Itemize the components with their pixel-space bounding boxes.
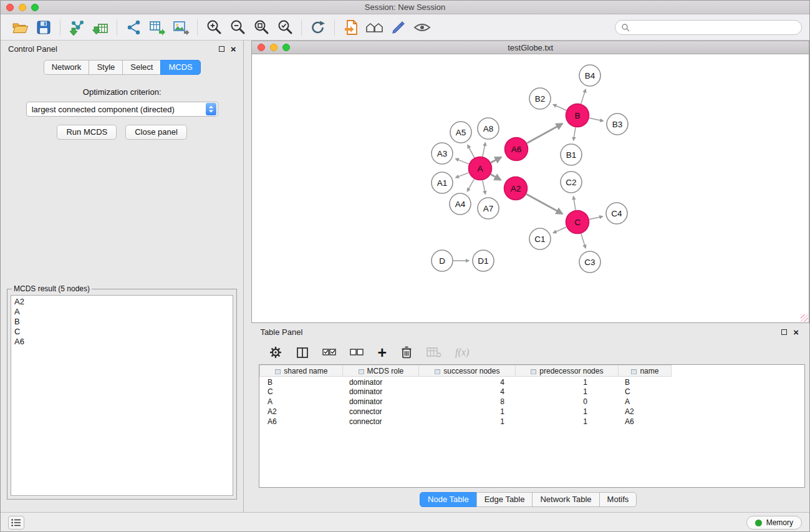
network-share-button[interactable] xyxy=(122,17,145,37)
graph-node-C1[interactable]: C1 xyxy=(529,228,551,249)
run-mcds-button[interactable]: Run MCDS xyxy=(57,125,117,140)
graph-edge-B-B4[interactable] xyxy=(581,89,586,104)
add-row-button[interactable]: + xyxy=(377,346,387,359)
column-visibility-button[interactable] xyxy=(296,347,309,359)
tab-network-table[interactable]: Network Table xyxy=(532,492,599,507)
graph-edge-A2-C[interactable] xyxy=(527,194,563,213)
mcds-result-item[interactable]: A xyxy=(14,307,229,317)
graph-edge-A-A6[interactable] xyxy=(491,157,502,163)
tab-style[interactable]: Style xyxy=(89,60,123,75)
column-header-successor-nodes[interactable]: successor nodes xyxy=(419,365,516,377)
table-row[interactable]: Adominator80A xyxy=(260,397,672,407)
graph-edge-A-A1[interactable] xyxy=(456,173,469,178)
graph-edge-A-A7[interactable] xyxy=(483,180,486,194)
export-image-button[interactable] xyxy=(169,17,193,37)
tab-node-table[interactable]: Node Table xyxy=(420,492,477,507)
graph-node-A8[interactable]: A8 xyxy=(478,118,499,139)
select-all-button[interactable] xyxy=(322,348,336,357)
column-header-name[interactable]: name xyxy=(619,365,672,377)
graph-node-A5[interactable]: A5 xyxy=(450,122,471,143)
graph-edge-C-C2[interactable] xyxy=(574,196,576,210)
graph-node-A7[interactable]: A7 xyxy=(478,198,499,219)
float-panel-icon[interactable] xyxy=(219,46,224,52)
graph-node-C4[interactable]: C4 xyxy=(606,203,627,224)
home-network-button[interactable] xyxy=(363,17,387,37)
graph-edge-B-B2[interactable] xyxy=(553,104,566,110)
graph-node-B3[interactable]: B3 xyxy=(607,114,628,135)
import-table-from-file-button[interactable] xyxy=(89,17,112,37)
graph-edge-B-B3[interactable] xyxy=(589,118,603,121)
graph-node-B4[interactable]: B4 xyxy=(579,65,600,86)
graph-edge-C-C3[interactable] xyxy=(581,234,586,248)
graph-node-D1[interactable]: D1 xyxy=(473,250,494,271)
graph-edge-B-B1[interactable] xyxy=(574,127,576,140)
graph-node-A4[interactable]: A4 xyxy=(450,193,471,215)
graph-node-B2[interactable]: B2 xyxy=(529,88,551,109)
network-window-titlebar[interactable]: testGlobe.txt xyxy=(251,41,809,54)
tab-network[interactable]: Network xyxy=(44,60,90,75)
save-session-button[interactable] xyxy=(32,17,55,37)
delete-row-button[interactable] xyxy=(400,346,413,359)
import-network-from-table-button[interactable] xyxy=(145,17,169,37)
graph-node-A[interactable]: A xyxy=(469,157,492,180)
network-graph[interactable]: B4B2BB3A5A8A6B1A3AC2A1A2A4A7C4CC1C3DD1 xyxy=(252,54,809,322)
table-settings-button[interactable] xyxy=(269,346,282,359)
graph-node-A6[interactable]: A6 xyxy=(505,138,528,161)
apply-layout-button[interactable] xyxy=(306,17,330,37)
open-session-button[interactable] xyxy=(8,17,32,37)
float-panel-icon[interactable] xyxy=(781,329,787,335)
table-row[interactable]: A2connector11A2 xyxy=(260,407,672,417)
graph-edge-A-A4[interactable] xyxy=(468,179,475,191)
tab-motifs[interactable]: Motifs xyxy=(599,492,637,507)
graph-node-C2[interactable]: C2 xyxy=(561,172,582,193)
mcds-result-item[interactable]: C xyxy=(14,327,229,337)
table-row[interactable]: A6connector11A6 xyxy=(260,417,672,427)
graph-node-B1[interactable]: B1 xyxy=(561,144,582,165)
memory-button[interactable]: Memory xyxy=(746,516,802,530)
graph-edge-C-C1[interactable] xyxy=(553,227,566,233)
show-hide-button[interactable] xyxy=(410,17,434,37)
import-file-button[interactable] xyxy=(339,17,363,37)
import-network-from-file-button[interactable] xyxy=(65,17,89,37)
criterion-dropdown[interactable]: largest connected component (directed) xyxy=(26,102,218,117)
tab-select[interactable]: Select xyxy=(122,60,161,75)
graph-edge-A-A3[interactable] xyxy=(456,158,469,163)
graph-edge-A-A2[interactable] xyxy=(491,175,501,180)
mcds-result-item[interactable]: A6 xyxy=(14,337,229,347)
tab-mcds[interactable]: MCDS xyxy=(160,60,200,75)
column-header-predecessor-nodes[interactable]: predecessor nodes xyxy=(516,365,619,377)
zoom-selected-button[interactable] xyxy=(273,17,297,37)
mcds-result-list[interactable]: A2ABCA6 xyxy=(11,295,233,496)
graph-node-C3[interactable]: C3 xyxy=(579,251,600,273)
deselect-all-button[interactable] xyxy=(350,348,364,357)
close-panel-icon[interactable]: × xyxy=(231,44,236,54)
graph-node-A2[interactable]: A2 xyxy=(504,177,528,200)
search-input[interactable] xyxy=(634,23,796,32)
column-header-shared-name[interactable]: shared name xyxy=(260,365,343,377)
function-builder-button[interactable]: f(x) xyxy=(455,347,469,358)
graph-edge-A-A5[interactable] xyxy=(468,145,475,158)
graph-node-B[interactable]: B xyxy=(566,104,589,127)
resize-grip[interactable] xyxy=(801,314,808,322)
tab-edge-table[interactable]: Edge Table xyxy=(476,492,533,507)
task-history-button[interactable] xyxy=(8,516,24,530)
annotate-button[interactable] xyxy=(387,17,410,37)
network-canvas[interactable]: B4B2BB3A5A8A6B1A3AC2A1A2A4A7C4CC1C3DD1 xyxy=(251,54,809,323)
graph-edge-A6-B[interactable] xyxy=(527,123,562,143)
column-header-MCDS-role[interactable]: MCDS role xyxy=(343,365,419,377)
table-row[interactable]: Bdominator41B xyxy=(260,377,672,387)
graph-node-D[interactable]: D xyxy=(432,250,453,271)
graph-node-A1[interactable]: A1 xyxy=(432,172,453,193)
close-panel-button[interactable]: Close panel xyxy=(125,125,187,140)
graph-node-A3[interactable]: A3 xyxy=(432,143,453,164)
table-row[interactable]: Cdominator41C xyxy=(260,387,672,397)
close-panel-icon[interactable]: × xyxy=(793,327,799,337)
mcds-result-item[interactable]: A2 xyxy=(14,297,229,307)
zoom-in-button[interactable] xyxy=(202,17,226,37)
graph-edge-C-C4[interactable] xyxy=(589,216,603,220)
delete-table-button[interactable] xyxy=(427,347,441,358)
graph-edge-A-A8[interactable] xyxy=(483,143,486,157)
graph-node-C[interactable]: C xyxy=(566,211,589,234)
zoom-fit-button[interactable] xyxy=(249,17,273,37)
zoom-out-button[interactable] xyxy=(226,17,249,37)
